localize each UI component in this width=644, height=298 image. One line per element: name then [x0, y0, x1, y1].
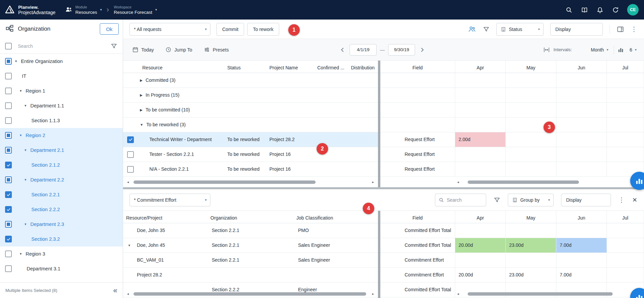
- checkbox[interactable]: [5, 206, 12, 213]
- checkbox[interactable]: [5, 251, 12, 257]
- value-cell[interactable]: [607, 223, 644, 238]
- display-button[interactable]: Display: [561, 194, 611, 206]
- view-select[interactable]: * All requests ▾: [129, 23, 210, 36]
- sidebar-item-department-3-1[interactable]: Department 3.1: [0, 261, 123, 276]
- value-cell[interactable]: [607, 268, 644, 282]
- scroll-left-icon[interactable]: ◄: [456, 292, 460, 296]
- sidebar-item-region-2[interactable]: ▼Region 2: [0, 128, 123, 143]
- scroll-left-icon[interactable]: ◄: [126, 180, 130, 185]
- column-header-jun[interactable]: Jun: [556, 211, 607, 223]
- previous-period-icon[interactable]: [339, 46, 346, 54]
- to-rework-button[interactable]: To rework: [247, 23, 279, 36]
- commitment-row-values[interactable]: Committed Effort Total20.00d23.00d7.00d: [380, 238, 644, 253]
- checkbox[interactable]: [5, 132, 12, 139]
- column-header-organization[interactable]: Organization: [207, 211, 293, 223]
- value-cell[interactable]: [556, 223, 607, 238]
- column-header-jul[interactable]: Jul: [607, 211, 644, 223]
- column-header-may[interactable]: May: [506, 61, 556, 73]
- checkbox[interactable]: [5, 58, 12, 65]
- horizontal-scrollbar[interactable]: ◄ ►: [456, 180, 641, 185]
- commitment-row[interactable]: ▼Doe, John 45Section 2.2.1Sales Engineer: [123, 238, 378, 253]
- commitment-view-select[interactable]: * Commitment Effort ▾: [129, 194, 210, 206]
- expander-icon[interactable]: ▼: [19, 89, 25, 93]
- scroll-left-icon[interactable]: ◄: [126, 292, 130, 296]
- sidebar-item-region-1[interactable]: ▼Region 1: [0, 84, 123, 98]
- checkbox[interactable]: [5, 117, 12, 124]
- scroll-right-icon[interactable]: ►: [371, 292, 375, 296]
- checkbox[interactable]: [5, 147, 12, 154]
- sidebar-item-entire-organization[interactable]: ▼Entire Organization: [0, 54, 123, 69]
- module-switcher[interactable]: Module Resources ▾: [61, 0, 106, 20]
- commitment-search-input[interactable]: [447, 197, 482, 203]
- horizontal-scrollbar[interactable]: ◄ ►: [126, 292, 375, 296]
- value-cell[interactable]: [556, 253, 607, 267]
- sidebar-item-section-2-3-2[interactable]: Section 2.3.2: [0, 232, 123, 246]
- commitment-row-values[interactable]: Commitment Effort20.00d23.00d7.00d: [380, 268, 644, 283]
- scrollbar-thumb[interactable]: [134, 180, 316, 184]
- value-cell[interactable]: [506, 147, 556, 162]
- row-checkbox[interactable]: [127, 166, 134, 173]
- sidebar-item-section-2-2-1[interactable]: Section 2.2.1: [0, 187, 123, 202]
- brand-logo[interactable]: Planview. ProjectAdvantage: [0, 4, 61, 15]
- expander-icon[interactable]: ▼: [24, 148, 30, 152]
- today-button[interactable]: Today: [132, 46, 154, 53]
- commitment-row[interactable]: Doe, John 35Section 2.2.1PMO: [123, 223, 378, 238]
- sidebar-item-department-1-1[interactable]: ▼Department 1.1: [0, 98, 123, 113]
- sidebar-item-department-2-3[interactable]: ▼Department 2.3: [0, 217, 123, 232]
- panel-toggle-icon[interactable]: [617, 26, 624, 33]
- value-cell[interactable]: 2.00d: [455, 132, 506, 147]
- column-header-status[interactable]: Status: [224, 61, 266, 73]
- column-header-confirmed[interactable]: Confirmed ...: [314, 61, 348, 73]
- library-book-icon[interactable]: [581, 6, 588, 13]
- user-avatar[interactable]: CE: [627, 4, 639, 15]
- expander-icon[interactable]: ▼: [19, 134, 25, 137]
- ok-button[interactable]: Ok: [100, 23, 119, 35]
- value-cell[interactable]: [506, 132, 556, 147]
- column-header-field[interactable]: Field: [380, 61, 455, 73]
- group-expander-icon[interactable]: ▶: [140, 103, 143, 117]
- scroll-right-icon[interactable]: ►: [371, 180, 375, 185]
- group-row-to-be-committed-10[interactable]: ▶To be committed (10): [123, 103, 378, 118]
- commitment-row-values[interactable]: Commitment Effort: [380, 253, 644, 268]
- request-row-values[interactable]: Request Effort: [380, 147, 644, 162]
- grid-splitter[interactable]: [378, 61, 380, 187]
- status-grouping-select[interactable]: Status ▾: [496, 23, 544, 36]
- group-expander-icon[interactable]: ▼: [140, 118, 143, 132]
- commit-button[interactable]: Commit: [216, 23, 244, 36]
- request-row-values[interactable]: Request Effort2.00d: [380, 132, 644, 147]
- sidebar-item-section-2-2-2[interactable]: Section 2.2.2: [0, 202, 123, 217]
- close-icon[interactable]: ✕: [632, 197, 637, 203]
- request-row[interactable]: Technical Writer - DepartmentTo be rewor…: [123, 132, 378, 147]
- search-input[interactable]: [18, 43, 107, 49]
- value-cell[interactable]: [607, 253, 644, 267]
- expander-icon[interactable]: ▼: [24, 178, 30, 181]
- grid-splitter[interactable]: [378, 211, 380, 298]
- row-checkbox[interactable]: [127, 136, 134, 143]
- column-header-jul[interactable]: Jul: [607, 61, 644, 73]
- value-cell[interactable]: [556, 162, 607, 176]
- value-cell[interactable]: 7.00d: [556, 268, 607, 282]
- checkbox[interactable]: [5, 73, 12, 79]
- group-expander-icon[interactable]: ▶: [140, 73, 143, 88]
- expander-icon[interactable]: ▼: [24, 223, 30, 226]
- value-cell[interactable]: [556, 147, 607, 162]
- value-cell[interactable]: [455, 162, 506, 176]
- value-cell[interactable]: [506, 162, 556, 176]
- horizontal-scrollbar[interactable]: ◄ ►: [126, 180, 375, 185]
- column-header-apr[interactable]: Apr: [455, 61, 506, 73]
- value-cell[interactable]: 7.00d: [556, 238, 607, 253]
- interval-count-select[interactable]: 6 ▾: [627, 47, 639, 53]
- scrollbar-thumb[interactable]: [134, 292, 366, 296]
- value-cell[interactable]: 20.00d: [455, 238, 506, 253]
- commitment-row-values[interactable]: Committed Effort Total: [380, 223, 644, 238]
- refresh-icon[interactable]: [612, 6, 619, 13]
- filter-icon[interactable]: [111, 43, 117, 49]
- value-cell[interactable]: [607, 132, 644, 147]
- sidebar-item-department-2-2[interactable]: ▼Department 2.2: [0, 172, 123, 187]
- column-header-apr[interactable]: Apr: [455, 211, 506, 223]
- value-cell[interactable]: [556, 132, 607, 147]
- value-cell[interactable]: [455, 223, 506, 238]
- value-cell[interactable]: [506, 223, 556, 238]
- interval-unit-select[interactable]: Month ▾: [589, 47, 610, 53]
- request-row[interactable]: Tester - Section 2.2.1To be reworkedProj…: [123, 147, 378, 162]
